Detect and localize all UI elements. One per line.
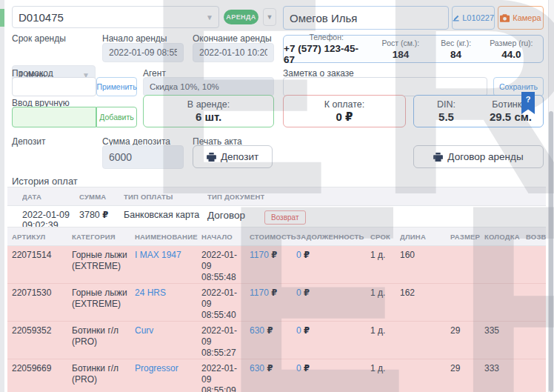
- rental-start-label: Начало аренды: [102, 33, 167, 44]
- din-label: DIN:: [437, 99, 455, 110]
- item-price: 1170 ₽: [250, 250, 296, 261]
- item-size: 29: [450, 325, 484, 336]
- rental-term-label: Срок аренды: [12, 33, 66, 44]
- item-price-amount[interactable]: 630: [250, 325, 264, 336]
- contract-print-button[interactable]: Договор аренды: [413, 145, 544, 168]
- item-start: 2022-01-09 08:55:27: [201, 325, 250, 359]
- item-name-link[interactable]: I MAX 1947: [135, 250, 201, 261]
- status-badge: АРЕНДА: [224, 10, 258, 24]
- rental-start-input[interactable]: [102, 43, 184, 62]
- camera-button-label: Камера: [513, 13, 541, 22]
- manual-add-button[interactable]: Добавить: [96, 107, 137, 127]
- promo-input[interactable]: [12, 77, 96, 96]
- chevron-down-icon: ▼: [206, 13, 213, 21]
- client-code-label: L010227: [462, 13, 494, 22]
- weight-value: 84: [450, 49, 461, 60]
- items-column-header: КАТЕГОРИЯ: [72, 233, 135, 241]
- ruble-sign: ₽: [304, 364, 310, 373]
- client-info-box: Телефон: +7 (577) 123-45-67 Рост (см.): …: [283, 35, 544, 63]
- to-pay-value: 0 ₽: [336, 110, 353, 124]
- rental-end-input[interactable]: [193, 43, 274, 62]
- item-term: 1 д.: [370, 325, 400, 336]
- to-pay-label: К оплате:: [324, 99, 364, 110]
- manual-entry-input[interactable]: [12, 107, 96, 127]
- item-sku: 22059669: [12, 363, 72, 374]
- items-table-row: 22071530Горные лыжи (EXTREME)24 HRS2022-…: [7, 284, 546, 322]
- item-term: 1 д.: [370, 288, 400, 299]
- order-dropdown-button[interactable]: ▼: [263, 8, 276, 26]
- left-edge-strip: [0, 0, 4, 392]
- note-input[interactable]: [283, 77, 487, 96]
- client-name-input[interactable]: [283, 6, 449, 30]
- item-category: Ботинки г/л (PRO): [72, 363, 135, 385]
- deposit-amount-input[interactable]: [102, 145, 184, 169]
- items-column-header: ЗАДОЛЖЕННОСТЬ: [296, 233, 370, 241]
- item-price-amount[interactable]: 1170: [250, 288, 269, 298]
- agent-input[interactable]: [143, 77, 274, 96]
- order-number-value: D010475: [19, 11, 64, 24]
- payment-column-header: ТИП ДОКУМЕНТА: [207, 193, 264, 201]
- ruble-sign: ₽: [271, 250, 277, 259]
- rental-order-panel: D010475 ▼ АРЕНДА ▼ L010227 Камера Срок а…: [0, 0, 554, 392]
- note-save-button[interactable]: Сохранить: [493, 77, 544, 96]
- item-price: 1170 ₽: [250, 288, 296, 299]
- items-column-header: АРТИКУЛ: [12, 233, 72, 241]
- payment-doc-type: Договор: [207, 210, 264, 221]
- deposit-label: Депозит: [12, 136, 46, 147]
- item-category: Горные лыжи (EXTREME): [72, 250, 135, 272]
- items-column-header: СТОИМОСТЬ: [250, 233, 296, 241]
- payment-type: Банковская карта: [124, 210, 207, 220]
- client-code-button[interactable]: L010227: [452, 6, 495, 30]
- item-debt-amount[interactable]: 0: [296, 325, 301, 336]
- camera-button[interactable]: Камера: [498, 6, 544, 30]
- item-name-link[interactable]: Progressor: [135, 363, 201, 374]
- din-value: 5.5: [438, 110, 454, 123]
- item-term: 1 д.: [370, 250, 400, 261]
- item-debt: 0 ₽: [296, 250, 370, 261]
- item-last: 335: [484, 325, 526, 336]
- items-column-header: РАЗМЕР: [450, 233, 484, 241]
- item-term: 1 д.: [370, 363, 400, 374]
- item-start: 2022-01-09 08:55:40: [201, 288, 250, 321]
- item-sku: 22071514: [12, 250, 72, 261]
- items-table-body: 22071514Горные лыжи (EXTREME)I MAX 19472…: [7, 246, 546, 392]
- chevron-down-icon: ▼: [267, 13, 273, 21]
- item-price: 630 ₽: [250, 325, 296, 336]
- ruble-sign: ₽: [271, 288, 277, 297]
- order-number-select[interactable]: D010475 ▼: [12, 6, 219, 28]
- item-debt-amount[interactable]: 0: [296, 363, 301, 373]
- item-name-link[interactable]: Curv: [135, 325, 201, 336]
- item-debt-amount[interactable]: 0: [296, 250, 301, 260]
- ruble-sign: ₽: [267, 326, 273, 335]
- rental-end-label: Окончание аренды: [193, 33, 272, 44]
- ruble-sign: ₽: [304, 326, 310, 335]
- item-start: 2022-01-09 08:55:48: [201, 250, 250, 283]
- item-debt: 0 ₽: [296, 325, 370, 336]
- item-price-amount[interactable]: 1170: [250, 250, 269, 260]
- items-column-header: КОЛОДКА: [484, 233, 526, 241]
- item-last: 333: [484, 363, 526, 374]
- din-col: DIN: 5.5: [414, 96, 478, 127]
- item-price-amount[interactable]: 630: [250, 363, 264, 373]
- client-weight: Вес (кг.): 84: [433, 39, 480, 60]
- items-column-header: НАЧАЛО: [201, 233, 250, 241]
- items-table-row: 22059669Ботинки г/л (PRO)Progressor2022-…: [7, 359, 546, 392]
- item-length: 162: [400, 288, 450, 299]
- item-sku: 22059352: [12, 325, 72, 336]
- promo-apply-button[interactable]: Применить: [96, 77, 137, 96]
- client-phone: Телефон: +7 (577) 123-45-67: [284, 33, 369, 65]
- refund-button[interactable]: Возврат: [264, 210, 306, 225]
- items-table-header: АРТИКУЛКАТЕГОРИЯНАИМЕНОВАНИЕНАЧАЛОСТОИМО…: [7, 227, 546, 246]
- item-name-link[interactable]: 24 HRS: [135, 288, 201, 299]
- items-column-header: НАИМЕНОВАНИЕ: [135, 233, 201, 241]
- items-column-header: СРОК: [370, 233, 400, 241]
- item-debt-amount[interactable]: 0: [296, 288, 301, 298]
- weight-label: Вес (кг.):: [441, 39, 471, 47]
- deposit-print-button[interactable]: Депозит: [193, 145, 273, 168]
- payment-column-header: СУММА: [79, 193, 124, 201]
- items-column-header: ДЛИНА: [400, 233, 450, 241]
- in-rent-label: В аренде:: [187, 99, 230, 110]
- scrollbar-thumb[interactable]: [549, 111, 553, 392]
- payment-amount-value: 3780: [79, 210, 100, 220]
- size-label: Размер (ru):: [490, 39, 533, 47]
